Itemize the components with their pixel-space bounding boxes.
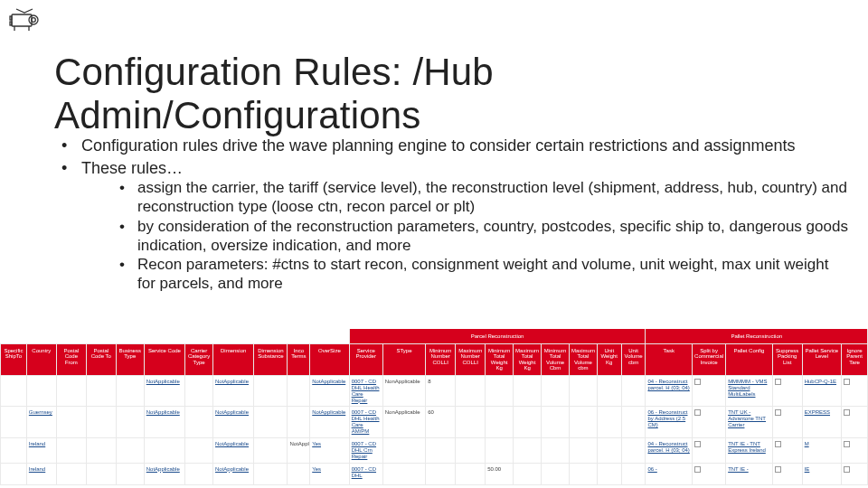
checkbox-icon bbox=[844, 379, 850, 385]
checkbox-icon bbox=[775, 409, 781, 416]
table-cell: Yes bbox=[310, 463, 349, 484]
table-cell bbox=[185, 438, 213, 464]
table-cell: 60 bbox=[426, 407, 456, 438]
table-cell bbox=[254, 407, 288, 438]
table-cell: TNT IE - bbox=[726, 463, 773, 484]
table-cell bbox=[514, 438, 542, 464]
column-header: Ignore Parent Tare bbox=[841, 343, 867, 375]
checkbox-icon bbox=[694, 441, 701, 447]
table-cell bbox=[542, 375, 570, 407]
cell-link[interactable]: NotApplicable bbox=[215, 409, 249, 415]
column-header: Split by Commercial Invoice bbox=[693, 343, 726, 375]
column-header: Inco Terms bbox=[288, 343, 310, 375]
cell-link[interactable]: NotApplicable bbox=[312, 379, 345, 384]
table-cell bbox=[254, 375, 288, 407]
column-header: Carrier Category Type bbox=[185, 343, 213, 375]
table-cell: NonApplicable bbox=[382, 407, 425, 438]
cell-link[interactable]: NotApplicable bbox=[146, 379, 180, 384]
table-cell: Guernsey bbox=[26, 407, 56, 438]
table-cell bbox=[456, 375, 486, 407]
column-header: Maximum Number COLLI bbox=[456, 343, 486, 375]
table-cell bbox=[426, 438, 456, 464]
cell-link[interactable]: NotApplicable bbox=[215, 466, 249, 472]
table-cell: 8 bbox=[426, 375, 456, 407]
table-cell bbox=[841, 407, 867, 438]
table-cell: 04 - Reconstruct parcel. H (03; 04) bbox=[646, 375, 693, 407]
column-header: Suppress Packing List bbox=[772, 343, 802, 375]
cell-link[interactable]: Yes bbox=[312, 466, 321, 472]
table-cell bbox=[456, 438, 486, 464]
table-header-groups: Parcel Reconstruction Pallet Reconstruct… bbox=[1, 329, 868, 343]
table-cell bbox=[621, 407, 646, 438]
table-cell: 0007 - CD DHL bbox=[349, 463, 382, 484]
cell-link[interactable]: TNT IE - bbox=[728, 466, 749, 472]
cell-link[interactable]: M bbox=[805, 441, 809, 446]
table-cell bbox=[621, 375, 646, 407]
table-cell bbox=[486, 375, 514, 407]
cell-link[interactable]: 06 - bbox=[647, 466, 656, 472]
cell-link[interactable]: 04 - Reconstruct parcel. H (03; 04) bbox=[647, 379, 689, 390]
cell-link[interactable]: NotApplicable bbox=[215, 441, 249, 446]
cell-link[interactable]: 0007 - CD DHL Health Care AM/PM bbox=[352, 409, 380, 434]
table-cell bbox=[382, 438, 425, 464]
table-cell: HubCP-Q-1E bbox=[802, 375, 841, 407]
table-body: NotApplicableNotApplicableNotApplicable0… bbox=[1, 375, 868, 484]
table-cell bbox=[144, 438, 184, 464]
table-cell bbox=[1, 463, 27, 484]
table-cell: NotApplicable bbox=[213, 407, 254, 438]
checkbox-icon bbox=[844, 409, 850, 416]
cell-link[interactable]: 04 - Reconstruct parcel. H (03; 04) bbox=[647, 441, 689, 453]
table-cell: 0007 - CD DHL Crn Repair bbox=[349, 438, 382, 464]
table-cell: NotApplicable bbox=[213, 375, 254, 407]
table-cell: 06 - bbox=[646, 463, 693, 484]
table-cell bbox=[254, 438, 288, 464]
column-header: Unit Volume cbm bbox=[621, 343, 646, 375]
column-header: Pallet Service Level bbox=[802, 343, 841, 375]
table-cell bbox=[569, 407, 597, 438]
cell-link[interactable]: IE bbox=[805, 466, 810, 472]
cell-link[interactable]: EXPRESS bbox=[805, 409, 830, 415]
table-cell bbox=[841, 375, 867, 407]
cell-link[interactable]: 0007 - CD DHL bbox=[352, 466, 376, 478]
cell-link[interactable]: 06 - Reconstruct by Address (2.5 CM) bbox=[647, 409, 687, 427]
table-cell: NotApplicable bbox=[213, 438, 254, 464]
checkbox-icon bbox=[775, 441, 781, 447]
table-cell bbox=[569, 463, 597, 484]
table-cell bbox=[116, 407, 144, 438]
cell-link[interactable]: TNT IE - TNT Express Ireland bbox=[728, 441, 766, 453]
column-header: Dimension Substance bbox=[254, 343, 288, 375]
table-cell bbox=[116, 375, 144, 407]
cell-link[interactable]: 0007 - CD DHL Crn Repair bbox=[352, 441, 376, 459]
table-cell bbox=[621, 463, 646, 484]
cell-link[interactable]: NotApplicable bbox=[215, 379, 249, 384]
checkbox-icon bbox=[844, 466, 850, 473]
column-header: OverSize bbox=[310, 343, 349, 375]
table-cell: Ireland bbox=[26, 438, 56, 464]
cell-link[interactable]: Guernsey bbox=[29, 409, 52, 415]
table-cell bbox=[254, 463, 288, 484]
cell-link[interactable]: Yes bbox=[312, 441, 321, 446]
cell-link[interactable]: NotApplicable bbox=[146, 466, 180, 472]
table-cell bbox=[382, 463, 425, 484]
table-cell: IE bbox=[802, 463, 841, 484]
table-cell: Yes bbox=[310, 438, 349, 464]
table-cell bbox=[542, 407, 570, 438]
cell-link[interactable]: MMMMM - VMS Standard MultiLabels bbox=[728, 379, 767, 397]
cell-link[interactable]: Ireland bbox=[29, 441, 45, 446]
checkbox-icon bbox=[775, 379, 781, 385]
table-cell bbox=[26, 375, 56, 407]
table-cell bbox=[426, 463, 456, 484]
cell-link[interactable]: NotApplicable bbox=[146, 409, 180, 415]
cell-link[interactable]: 0007 - CD DHL Health Care Repair bbox=[352, 379, 380, 403]
table-cell bbox=[514, 407, 542, 438]
cell-link[interactable]: TNT UK - Advantone TNT Carrier bbox=[728, 409, 766, 427]
checkbox-icon bbox=[775, 466, 781, 473]
cell-link[interactable]: Ireland bbox=[29, 466, 45, 472]
table-cell bbox=[1, 407, 27, 438]
table-cell bbox=[597, 438, 621, 464]
column-header: Minimum Number COLLI bbox=[426, 343, 456, 375]
sub-bullet-3: Recon parameters: #ctns to start recon, … bbox=[119, 255, 850, 294]
cell-link[interactable]: HubCP-Q-1E bbox=[805, 379, 836, 384]
table-cell bbox=[56, 407, 86, 438]
cell-link[interactable]: NotApplicable bbox=[312, 409, 345, 415]
